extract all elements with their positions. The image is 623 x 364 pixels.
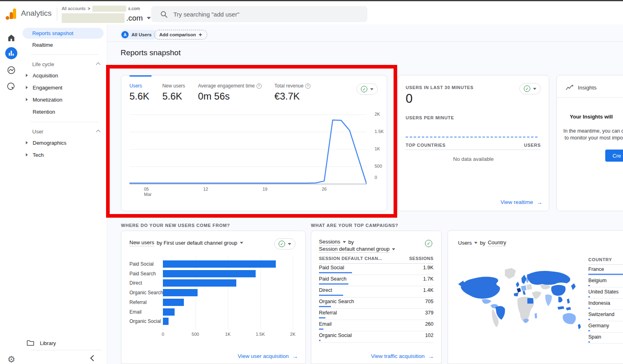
metric-selector[interactable]: Users (458, 240, 472, 246)
bar-paid-search[interactable] (163, 270, 256, 277)
property-selector[interactable]: .com (62, 13, 151, 23)
col-channel: SESSION DEFAULT CHAN... (319, 256, 382, 261)
check-circle-icon: ✓ (361, 86, 367, 92)
bar-referral[interactable] (163, 299, 184, 306)
dimension-selector[interactable]: Country (488, 239, 506, 246)
sidebar-item-retention[interactable]: Retention (23, 106, 107, 118)
data-quality-dropdown[interactable]: ✓ (356, 83, 378, 95)
add-comparison-button[interactable]: Add comparison + (154, 30, 207, 40)
bar-direct[interactable] (163, 279, 236, 287)
all-users-chip[interactable]: A All Users (120, 30, 156, 40)
country-name: Spain (588, 334, 601, 340)
country-row-indonesia[interactable]: Indonesia (588, 299, 623, 310)
sessions-title-line2[interactable]: Session default channel group (319, 246, 395, 253)
country-bar (588, 319, 590, 320)
help-icon[interactable]: ? (305, 83, 310, 89)
table-row-referral[interactable]: Referral379 (319, 309, 433, 320)
sidebar-item-reports-snapshot[interactable]: Reports snapshot (23, 28, 104, 39)
section-header-new-users: WHERE DO YOUR NEW USERS COME FROM? (121, 223, 230, 228)
table-row-paid-social[interactable]: Paid Social1.9K (319, 264, 433, 275)
world-choropleth-map[interactable] (457, 262, 585, 343)
sidebar-item-engagement[interactable]: Engagement (23, 81, 107, 94)
bar-paid-social[interactable] (163, 260, 276, 268)
plus-icon: + (199, 31, 202, 38)
bar-category-label: Paid Social (129, 261, 154, 267)
chevron-up-icon (96, 62, 100, 67)
arrow-right-icon: → (428, 353, 434, 360)
help-icon[interactable]: ? (256, 83, 262, 89)
reports-icon[interactable] (5, 47, 17, 59)
metric-average-engagement-time[interactable]: Average engagement time?0m 56s (198, 83, 262, 102)
nav-section-life-cycle[interactable]: Life cycle (23, 59, 107, 69)
analytics-logo-icon[interactable] (6, 8, 17, 20)
expand-arrow-icon[interactable] (26, 98, 28, 101)
country-name: Switzerland (588, 312, 615, 317)
search-input[interactable]: Try searching "add user" (151, 6, 367, 22)
sessions-value: 705 (425, 299, 433, 304)
metric-total-revenue[interactable]: Total revenue?€3.7K (275, 83, 310, 102)
realtime-card: USERS IN LAST 30 MINUTES ✓ 0 USERS PER M… (398, 75, 549, 211)
bar-x-tick-label: 1K (225, 332, 230, 337)
channel-bar-chart[interactable]: 05001K1.5K2KPaid SocialPaid SearchDirect… (121, 231, 306, 364)
bar-email[interactable] (163, 308, 175, 316)
sidebar-item-tech[interactable]: Tech (23, 149, 107, 161)
metric-users[interactable]: Users5.6K (129, 83, 149, 102)
table-row-paid-search[interactable]: Paid Search1.7K (319, 275, 433, 286)
expand-arrow-icon[interactable] (26, 141, 28, 144)
search-icon (160, 10, 168, 18)
expand-arrow-icon[interactable] (26, 74, 28, 77)
insights-body-line1: In the meantime, you can c (563, 128, 623, 135)
arrow-right-icon: → (292, 353, 298, 360)
country-row-spain[interactable]: Spain (588, 333, 623, 344)
expand-arrow-icon[interactable] (26, 86, 28, 89)
advertising-icon[interactable] (5, 81, 17, 93)
map-card: Users by Country (448, 230, 623, 364)
home-icon[interactable] (5, 32, 17, 44)
bar-organic-social[interactable] (163, 318, 169, 325)
sidebar-item-demographics[interactable]: Demographics (23, 137, 107, 149)
view-realtime-link[interactable]: View realtime → (500, 199, 542, 206)
sidebar-item-acquisition[interactable]: Acquisition (23, 69, 107, 81)
map-north-america (461, 277, 500, 298)
table-row-organic-search[interactable]: Organic Search705 (319, 297, 433, 309)
row-bar (319, 295, 343, 296)
realtime-quality-dropdown[interactable]: ✓ (519, 83, 541, 94)
create-button[interactable]: Cre (605, 150, 623, 162)
sessions-title-line1[interactable]: Sessions by (319, 239, 354, 245)
country-row-belgium[interactable]: Belgium (588, 276, 623, 287)
metric-new-users[interactable]: New users5.6K (162, 83, 185, 102)
explore-icon[interactable] (5, 64, 17, 76)
table-row-email[interactable]: Email260 (319, 320, 433, 331)
insights-headline: Your Insights will (570, 114, 613, 120)
sidebar-item-realtime[interactable]: Realtime (23, 40, 107, 50)
country-row-france[interactable]: France (588, 265, 623, 276)
insights-divider (557, 97, 623, 98)
insights-header: Insights (566, 84, 597, 91)
users-line-chart[interactable] (129, 114, 367, 184)
settings-gear-icon[interactable]: ⚙ (5, 354, 17, 364)
country-row-switzerland[interactable]: Switzerland (588, 310, 623, 321)
nav-section-user[interactable]: User (23, 126, 107, 137)
country-row-united-states[interactable]: United States (588, 287, 623, 299)
users-by-country-title[interactable]: Users by Country (458, 239, 506, 246)
metric-selector[interactable]: Sessions (319, 239, 340, 245)
sidebar-item-monetization[interactable]: Monetization (23, 94, 107, 106)
country-bar (588, 308, 590, 309)
y-tick-label: 1K (375, 146, 380, 151)
sessions-value: 1.9K (423, 265, 433, 270)
country-row-germany[interactable]: Germany (588, 321, 623, 333)
users-col-label: USERS (524, 143, 541, 148)
check-circle-icon[interactable]: ✓ (425, 240, 432, 247)
view-user-acquisition-link[interactable]: View user acquisition → (238, 353, 298, 360)
table-row-direct[interactable]: Direct1.4K (319, 286, 433, 297)
table-row-organic-social[interactable]: Organic Social102 (319, 331, 433, 343)
dimension-selector[interactable]: Session default channel group (319, 246, 390, 253)
bar-category-label: Paid Search (129, 271, 156, 277)
view-traffic-acquisition-link[interactable]: View traffic acquisition → (371, 353, 434, 360)
sidebar-item-library[interactable]: Library (23, 337, 111, 349)
collapse-nav-icon[interactable] (90, 355, 97, 362)
bar-organic-search[interactable] (163, 289, 198, 296)
nav-divider (31, 54, 99, 55)
channel-label: Referral (319, 310, 337, 316)
expand-arrow-icon[interactable] (26, 153, 28, 156)
